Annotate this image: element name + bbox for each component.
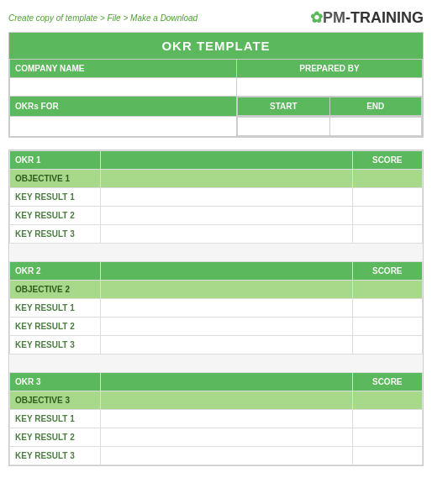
kr-value-okr1-1[interactable] bbox=[101, 207, 353, 225]
company-name-value[interactable] bbox=[10, 78, 237, 97]
kr-label-okr1-2: KEY RESULT 3 bbox=[10, 225, 101, 244]
company-name-header: COMPANY NAME bbox=[10, 60, 237, 78]
okr-header-okr3: OKR 3 SCORE bbox=[10, 373, 423, 391]
objective-value-okr1[interactable] bbox=[101, 170, 353, 188]
key-result-row-okr2-1: KEY RESULT 2 bbox=[10, 318, 423, 336]
kr-value-okr1-0[interactable] bbox=[101, 188, 353, 207]
kr-score-okr2-2[interactable] bbox=[352, 336, 422, 354]
key-result-row-okr1-1: KEY RESULT 2 bbox=[10, 207, 423, 225]
objective-row-okr2: OBJECTIVE 2 bbox=[10, 281, 423, 299]
spacer-okr2 bbox=[10, 354, 423, 373]
prepared-by-header: PREPARED BY bbox=[237, 60, 423, 78]
kr-value-okr2-2[interactable] bbox=[101, 336, 353, 354]
okr-sections-container: OKR 1 SCORE OBJECTIVE 1 KEY RESULT 1 KEY… bbox=[8, 150, 424, 466]
kr-score-okr3-2[interactable] bbox=[352, 447, 422, 465]
okrs-for-header: OKRs FOR bbox=[10, 97, 237, 117]
objective-score-okr1[interactable] bbox=[352, 170, 422, 188]
kr-value-okr1-2[interactable] bbox=[101, 225, 353, 244]
prepared-by-value[interactable] bbox=[237, 78, 423, 97]
key-result-row-okr3-0: KEY RESULT 1 bbox=[10, 410, 423, 428]
okr-label-okr3: OKR 3 bbox=[10, 373, 101, 391]
key-result-row-okr1-0: KEY RESULT 1 bbox=[10, 188, 423, 207]
start-value[interactable] bbox=[238, 118, 329, 136]
page-header: Create copy of template > File > Make a … bbox=[8, 8, 424, 27]
objective-label-okr1: OBJECTIVE 1 bbox=[10, 170, 101, 188]
kr-value-okr3-1[interactable] bbox=[101, 428, 353, 447]
kr-score-okr1-0[interactable] bbox=[352, 188, 422, 207]
okr-desc-okr3[interactable] bbox=[101, 373, 353, 391]
end-value[interactable] bbox=[329, 118, 421, 136]
okr-header-okr2: OKR 2 SCORE bbox=[10, 262, 423, 281]
key-result-row-okr3-1: KEY RESULT 2 bbox=[10, 428, 423, 447]
objective-value-okr2[interactable] bbox=[101, 281, 353, 299]
top-table: COMPANY NAME PREPARED BY OKRs FOR START … bbox=[9, 59, 423, 137]
kr-score-okr1-1[interactable] bbox=[352, 207, 422, 225]
okrs-for-value[interactable] bbox=[10, 117, 237, 137]
kr-value-okr3-2[interactable] bbox=[101, 447, 353, 465]
end-header: END bbox=[329, 97, 421, 116]
okr-desc-okr1[interactable] bbox=[101, 151, 353, 170]
okr-label-okr2: OKR 2 bbox=[10, 262, 101, 281]
kr-label-okr3-0: KEY RESULT 1 bbox=[10, 410, 101, 428]
kr-label-okr2-2: KEY RESULT 3 bbox=[10, 336, 101, 354]
kr-value-okr2-0[interactable] bbox=[101, 299, 353, 318]
key-result-row-okr1-2: KEY RESULT 3 bbox=[10, 225, 423, 244]
spacer-okr1 bbox=[10, 244, 423, 262]
kr-label-okr3-1: KEY RESULT 2 bbox=[10, 428, 101, 447]
kr-value-okr3-0[interactable] bbox=[101, 410, 353, 428]
okr-score-label-okr3: SCORE bbox=[352, 373, 422, 391]
objective-label-okr3: OBJECTIVE 3 bbox=[10, 391, 101, 410]
template-title: OKR TEMPLATE bbox=[9, 33, 423, 59]
subtitle-text: Create copy of template > File > Make a … bbox=[8, 13, 198, 23]
key-result-row-okr2-2: KEY RESULT 3 bbox=[10, 336, 423, 354]
okr-score-label-okr1: SCORE bbox=[352, 151, 422, 170]
kr-score-okr3-0[interactable] bbox=[352, 410, 422, 428]
objective-score-okr2[interactable] bbox=[352, 281, 422, 299]
key-result-row-okr2-0: KEY RESULT 1 bbox=[10, 299, 423, 318]
key-result-row-okr3-2: KEY RESULT 3 bbox=[10, 447, 423, 465]
okr-desc-okr2[interactable] bbox=[101, 262, 353, 281]
start-header: START bbox=[238, 97, 329, 116]
kr-label-okr1-1: KEY RESULT 2 bbox=[10, 207, 101, 225]
kr-score-okr3-1[interactable] bbox=[352, 428, 422, 447]
kr-label-okr1-0: KEY RESULT 1 bbox=[10, 188, 101, 207]
kr-score-okr2-0[interactable] bbox=[352, 299, 422, 318]
kr-value-okr2-1[interactable] bbox=[101, 318, 353, 336]
kr-score-okr2-1[interactable] bbox=[352, 318, 422, 336]
kr-label-okr2-0: KEY RESULT 1 bbox=[10, 299, 101, 318]
kr-label-okr2-1: KEY RESULT 2 bbox=[10, 318, 101, 336]
okr-table: OKR 1 SCORE OBJECTIVE 1 KEY RESULT 1 KEY… bbox=[9, 150, 423, 465]
kr-score-okr1-2[interactable] bbox=[352, 225, 422, 244]
okr-score-label-okr2: SCORE bbox=[352, 262, 422, 281]
objective-score-okr3[interactable] bbox=[352, 391, 422, 410]
objective-row-okr3: OBJECTIVE 3 bbox=[10, 391, 423, 410]
kr-label-okr3-2: KEY RESULT 3 bbox=[10, 447, 101, 465]
objective-label-okr2: OBJECTIVE 2 bbox=[10, 281, 101, 299]
okr-label-okr1: OKR 1 bbox=[10, 151, 101, 170]
logo-icon: ✿ bbox=[310, 9, 323, 26]
objective-value-okr3[interactable] bbox=[101, 391, 353, 410]
objective-row-okr1: OBJECTIVE 1 bbox=[10, 170, 423, 188]
template-container: OKR TEMPLATE COMPANY NAME PREPARED BY OK… bbox=[8, 32, 424, 138]
logo: ✿PM-TRAINING bbox=[310, 8, 424, 27]
okr-header-okr1: OKR 1 SCORE bbox=[10, 151, 423, 170]
